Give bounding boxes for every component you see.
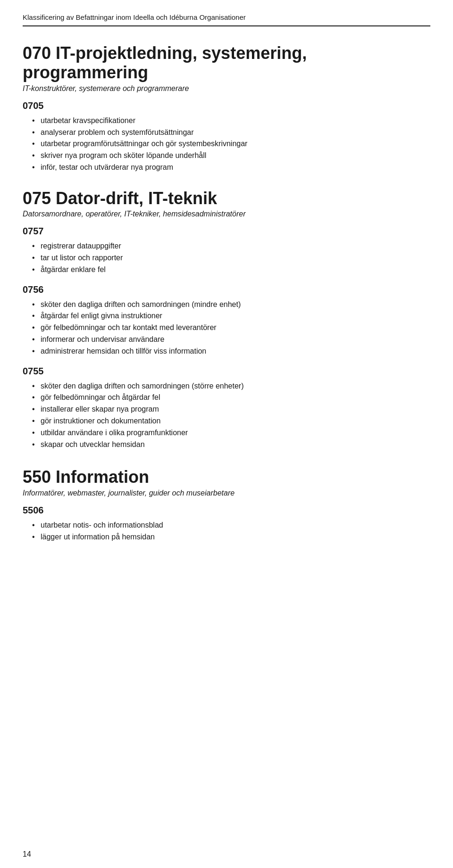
section-070-subheading: IT-konstruktörer, systemerare och progra… — [23, 84, 430, 93]
section-550: 550 Information Informatörer, webmaster,… — [23, 467, 430, 543]
list-item: gör instruktioner och dokumentation — [32, 415, 430, 427]
list-item: analyserar problem och systemförutsättni… — [32, 127, 430, 139]
section-075-subheading: Datorsamordnare, operatörer, IT-tekniker… — [23, 210, 430, 218]
header-title: Klassificering av Befattningar inom Idee… — [23, 13, 246, 21]
section-075-heading: 075 Dator-drift, IT-teknik — [23, 189, 430, 208]
section-070: 070 IT-projektledning, systemering, prog… — [23, 43, 430, 174]
code-0755-block: 0755 sköter den dagliga driften och samo… — [23, 366, 430, 451]
code-0705-list: utarbetar kravspecifikationer analyserar… — [23, 115, 430, 174]
list-item: gör felbedömningar och tar kontakt med l… — [32, 322, 430, 334]
list-item: utbildar användare i olika programfunkti… — [32, 427, 430, 439]
list-item: åtgärdar enklare fel — [32, 264, 430, 276]
list-item: administrerar hemsidan och tillför viss … — [32, 346, 430, 357]
list-item: åtgärdar fel enligt givna instruktioner — [32, 310, 430, 322]
list-item: sköter den dagliga driften och samordnin… — [32, 380, 430, 392]
code-5506-label: 5506 — [23, 505, 430, 516]
list-item: tar ut listor och rapporter — [32, 252, 430, 264]
code-0756-list: sköter den dagliga driften och samordnin… — [23, 299, 430, 357]
code-0756-label: 0756 — [23, 284, 430, 295]
section-550-heading: 550 Information — [23, 467, 430, 487]
page-container: Klassificering av Befattningar inom Idee… — [0, 0, 453, 574]
code-0705-label: 0705 — [23, 100, 430, 111]
code-0705-block: 0705 utarbetar kravspecifikationer analy… — [23, 100, 430, 174]
code-0755-label: 0755 — [23, 366, 430, 377]
list-item: informerar och undervisar användare — [32, 334, 430, 346]
list-item: skapar och utvecklar hemsidan — [32, 439, 430, 451]
section-550-subheading: Informatörer, webmaster, journalister, g… — [23, 489, 430, 497]
list-item: lägger ut information på hemsidan — [32, 531, 430, 543]
code-0757-list: registrerar datauppgifter tar ut listor … — [23, 240, 430, 275]
list-item: inför, testar och utvärderar nya program — [32, 162, 430, 174]
list-item: registrerar datauppgifter — [32, 240, 430, 252]
section-070-heading: 070 IT-projektledning, systemering, prog… — [23, 43, 430, 83]
list-item: utarbetar notis- och informationsblad — [32, 520, 430, 531]
code-5506-list: utarbetar notis- och informationsblad lä… — [23, 520, 430, 543]
code-0756-block: 0756 sköter den dagliga driften och samo… — [23, 284, 430, 357]
list-item: sköter den dagliga driften och samordnin… — [32, 299, 430, 311]
list-item: installerar eller skapar nya program — [32, 404, 430, 415]
section-075: 075 Dator-drift, IT-teknik Datorsamordna… — [23, 189, 430, 451]
page-number: 14 — [23, 850, 31, 859]
list-item: skriver nya program och sköter löpande u… — [32, 150, 430, 162]
code-0757-block: 0757 registrerar datauppgifter tar ut li… — [23, 226, 430, 275]
list-item: utarbetar kravspecifikationer — [32, 115, 430, 127]
list-item: gör felbedömningar och åtgärdar fel — [32, 392, 430, 404]
code-0757-label: 0757 — [23, 226, 430, 237]
page-header: Klassificering av Befattningar inom Idee… — [23, 13, 430, 26]
code-5506-block: 5506 utarbetar notis- och informationsbl… — [23, 505, 430, 543]
list-item: utarbetar programförutsättningar och gör… — [32, 138, 430, 150]
code-0755-list: sköter den dagliga driften och samordnin… — [23, 380, 430, 451]
